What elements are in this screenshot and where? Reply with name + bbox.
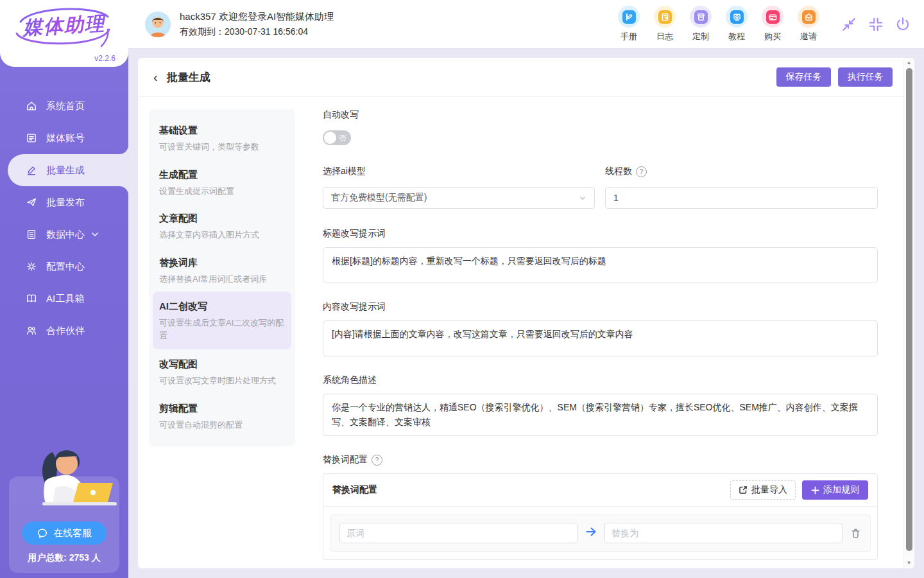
scroll-up-arrow[interactable]: ▲ (904, 58, 914, 67)
step-article-images[interactable]: 文章配图 选择文章内容插入图片方式 (149, 204, 295, 248)
data-list-icon (26, 229, 37, 240)
quicklink-manual[interactable]: 手册 (611, 6, 647, 42)
quicklink-tutorial[interactable]: 教程 (719, 6, 755, 42)
ai-model-select[interactable]: 官方免费模型(无需配置) (323, 187, 595, 209)
title-prompt-textarea[interactable]: 根据[标题]的标题内容，重新改写一个标题，只需要返回改写后的标题 (323, 247, 878, 283)
exit-fullscreen-icon[interactable] (868, 16, 884, 33)
window-controls (841, 16, 911, 33)
vertical-scrollbar[interactable]: ▲ ▼ (903, 58, 914, 568)
logo-card: 媒体助理 v2.2.6 (0, 0, 128, 67)
manual-icon (618, 6, 640, 28)
power-icon[interactable] (894, 16, 911, 33)
media-account-icon (26, 132, 37, 144)
gear-icon (26, 261, 37, 272)
delete-rule-icon[interactable] (850, 528, 861, 539)
sidebar-item-ai-toolbox[interactable]: AI工具箱 (0, 283, 128, 315)
threads-label: 线程数 ? (605, 166, 878, 177)
toggle-off-label: 否 (339, 133, 346, 144)
quicklink-custom[interactable]: 定制 (683, 6, 719, 42)
welcome-text: hack357 欢迎您登录AI智能媒体助理 (180, 10, 334, 23)
sidebar-item-batch-publish[interactable]: 批量发布 (0, 186, 128, 218)
ai-rewrite-form: 自动改写 否 选择ai模型 官方免费模型(无需配置) 线程数 ? (323, 109, 878, 560)
arrow-right-icon (585, 526, 597, 540)
step-desc: 可设置自动混剪的配置 (159, 419, 285, 432)
content-prompt-textarea[interactable]: [内容]请根据上面的文章内容，改写这篇文章，只需要返回改写后的文章内容 (323, 320, 878, 356)
step-desc: 设置生成提示词配置 (159, 185, 285, 198)
chat-bubble-icon (37, 527, 48, 539)
edit-pen-icon (26, 164, 37, 176)
threads-input[interactable] (605, 187, 878, 209)
step-rewrite-images[interactable]: 改写配图 可设置改写文章时图片处理方式 (149, 349, 295, 394)
help-icon[interactable]: ? (372, 455, 382, 466)
run-task-button[interactable]: 执行任务 (838, 67, 893, 87)
step-desc: 选择文章内容插入图片方式 (159, 229, 285, 241)
sidebar-item-batch-generate[interactable]: 批量生成 (8, 154, 128, 186)
quicklink-log[interactable]: 日志 (647, 6, 683, 42)
scrollbar-thumb[interactable] (906, 68, 912, 551)
add-rule-label: 添加规则 (823, 484, 859, 496)
quicklink-label: 邀请 (800, 31, 817, 42)
home-icon (26, 100, 37, 112)
auto-rewrite-label: 自动改写 (323, 109, 878, 121)
sidebar-menu: 系统首页 媒体账号 批量生成 批量发布 (0, 90, 128, 347)
app-root: 媒体助理 v2.2.6 系统首页 媒体账号 批量生成 (0, 0, 924, 578)
sidebar-item-data-center[interactable]: 数据中心 (0, 218, 128, 250)
replace-config-card: 替换词配置 批量导入 添加规则 (323, 473, 878, 560)
content-prompt-label: 内容改写提示词 (323, 301, 878, 313)
buy-icon (762, 6, 783, 28)
sidebar-item-home[interactable]: 系统首页 (0, 90, 128, 122)
steps-panel: 基础设置 可设置关键词，类型等参数 生成配置 设置生成提示词配置 文章配图 选择… (149, 109, 295, 446)
step-desc: 可设置生成后文章AI二次改写的配置 (159, 317, 285, 342)
content-card: ‹ 批量生成 保存任务 执行任务 基础设置 可设置关键词，类型等参数 生成配置 … (138, 58, 914, 568)
scroll-down-arrow[interactable]: ▼ (904, 559, 914, 568)
step-desc: 可设置关键词，类型等参数 (159, 141, 285, 153)
expiry-label: 有效期到： (180, 26, 225, 37)
sidebar-item-media-accounts[interactable]: 媒体账号 (0, 122, 128, 154)
sidebar-item-config-center[interactable]: 配置中心 (0, 250, 128, 283)
step-title: 改写配图 (159, 358, 285, 371)
replace-rule-row (330, 514, 871, 552)
quicklink-invite[interactable]: 邀请 (791, 6, 826, 42)
step-replace-thesaurus[interactable]: 替换词库 选择替换AI常用词汇或者词库 (149, 248, 295, 292)
topbar-links: 手册 日志 定制 教程 (611, 6, 924, 42)
auto-rewrite-toggle[interactable]: 否 (323, 130, 351, 145)
back-icon[interactable]: ‹ (153, 71, 158, 83)
quicklink-label: 购买 (764, 31, 781, 42)
sidebar-item-partners[interactable]: 合作伙伴 (0, 315, 128, 347)
add-rule-button[interactable]: 添加规则 (802, 480, 868, 500)
sidebar-item-label: 批量发布 (46, 197, 85, 209)
step-title: 基础设置 (159, 125, 285, 137)
welcome-block: hack357 欢迎您登录AI智能媒体助理 有效期到：2030-07-31 16… (180, 10, 334, 38)
quicklink-label: 教程 (728, 31, 745, 42)
collapse-window-icon[interactable] (841, 16, 857, 33)
batch-import-label: 批量导入 (751, 484, 787, 496)
online-service-button[interactable]: 在线客服 (22, 521, 107, 545)
step-title: 文章配图 (159, 213, 285, 225)
step-clip-config[interactable]: 剪辑配置 可设置自动混剪的配置 (149, 394, 295, 438)
sidebar-item-label: 批量生成 (46, 164, 85, 177)
chevron-down-icon (91, 231, 99, 238)
invite-icon (798, 6, 819, 28)
replace-word-input[interactable] (604, 523, 843, 543)
step-title: 剪辑配置 (159, 403, 285, 415)
save-task-button[interactable]: 保存任务 (776, 67, 831, 87)
custom-icon (690, 6, 712, 28)
system-role-textarea[interactable]: 你是一个专业的营销达人，精通SEO（搜索引擎优化）、SEM（搜索引擎营销）专家，… (323, 394, 878, 436)
sidebar-item-label: 系统首页 (46, 100, 85, 112)
plus-icon (811, 486, 819, 495)
import-icon (739, 486, 748, 495)
help-icon[interactable]: ? (636, 166, 647, 177)
tutorial-icon (726, 6, 748, 28)
avatar (145, 12, 171, 37)
expiry-value: 2030-07-31 16:56:04 (225, 26, 308, 37)
sidebar-item-label: 媒体账号 (46, 132, 85, 144)
step-generate-config[interactable]: 生成配置 设置生成提示词配置 (149, 160, 295, 204)
batch-import-button[interactable]: 批量导入 (730, 480, 796, 500)
step-ai-rewrite[interactable]: AI二创改写 可设置生成后文章AI二次改写的配置 (153, 292, 291, 349)
quicklink-buy[interactable]: 购买 (755, 6, 791, 42)
chevron-down-icon (579, 194, 586, 202)
support-card: 在线客服 用户总数: 2753 人 (9, 477, 119, 573)
original-word-input[interactable] (339, 523, 578, 543)
replace-card-header: 替换词配置 批量导入 添加规则 (323, 474, 877, 507)
step-basic-settings[interactable]: 基础设置 可设置关键词，类型等参数 (149, 116, 295, 160)
